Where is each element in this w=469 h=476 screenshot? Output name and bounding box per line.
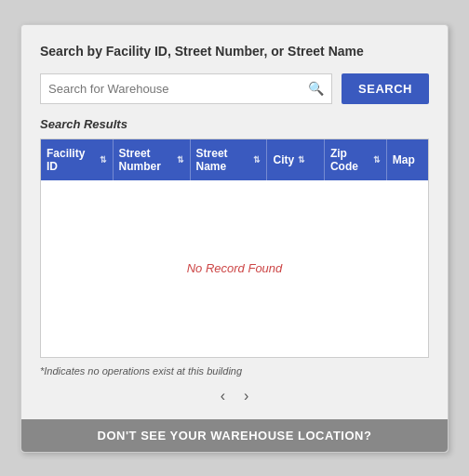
results-table: Facility ID ⇅ Street Number ⇅ Street Nam… — [40, 139, 429, 358]
no-record-text: No Record Found — [187, 261, 283, 275]
table-body: No Record Found — [41, 180, 428, 357]
col-city[interactable]: City ⇅ — [267, 139, 324, 180]
search-input[interactable] — [48, 74, 308, 103]
footnote: *Indicates no operations exist at this b… — [40, 365, 429, 377]
bottom-banner[interactable]: DON'T SEE YOUR WAREHOUSE LOCATION? — [21, 419, 448, 452]
sort-icon-zip: ⇅ — [373, 155, 381, 165]
sort-icon-city: ⇅ — [298, 155, 305, 165]
col-facility-id[interactable]: Facility ID ⇅ — [41, 139, 114, 180]
search-magnifier-icon[interactable]: 🔍 — [308, 81, 324, 96]
prev-page-button[interactable]: ‹ — [215, 386, 231, 406]
next-page-button[interactable]: › — [238, 386, 254, 406]
results-label: Search Results — [40, 117, 429, 131]
search-row: 🔍 SEARCH — [40, 73, 429, 104]
pagination: ‹ › — [40, 386, 429, 406]
sort-icon-street-name: ⇅ — [253, 155, 261, 165]
col-map[interactable]: Map — [387, 139, 428, 180]
search-button[interactable]: SEARCH — [342, 73, 429, 104]
col-street-number[interactable]: Street Number ⇅ — [114, 139, 191, 180]
col-street-name[interactable]: Street Name ⇅ — [191, 139, 268, 180]
table-header: Facility ID ⇅ Street Number ⇅ Street Nam… — [41, 139, 428, 180]
col-zip-code[interactable]: Zip Code ⇅ — [325, 139, 387, 180]
card-title: Search by Facility ID, Street Number, or… — [40, 44, 429, 59]
search-input-wrapper: 🔍 — [40, 73, 332, 104]
main-card: Search by Facility ID, Street Number, or… — [20, 24, 449, 453]
sort-icon-street-num: ⇅ — [177, 155, 184, 165]
sort-icon-facility: ⇅ — [100, 155, 107, 165]
